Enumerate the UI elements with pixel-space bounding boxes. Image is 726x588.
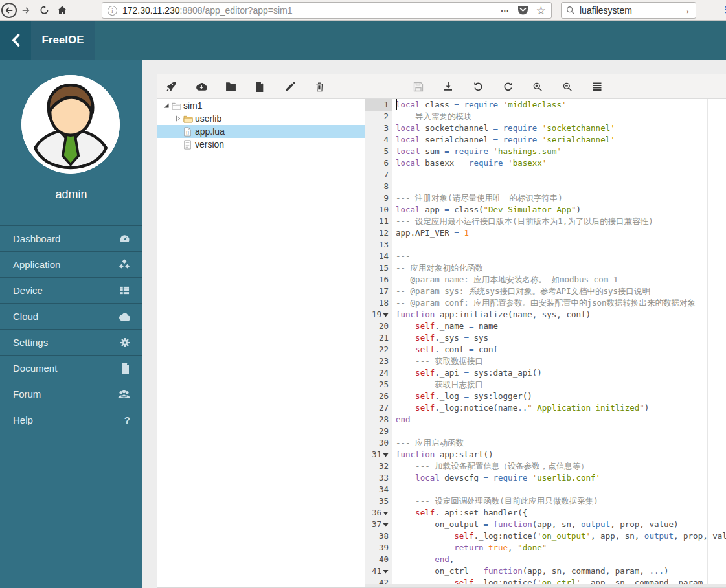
toolbar-rocket-button[interactable] [166, 79, 196, 95]
code-line[interactable]: -- @param name: 应用本地安装名称。 如modbus_com_1 [392, 274, 726, 286]
gutter-line-6[interactable]: 6 [365, 157, 392, 169]
toolbar-redo-button[interactable] [503, 79, 532, 95]
code-line[interactable] [392, 484, 726, 495]
code-line[interactable]: self._log = sys:logger() [392, 390, 726, 402]
code-line[interactable]: -- @param conf: 应用配置参数。由安装配置中的json数据转换出来… [392, 297, 726, 309]
tree-item-version[interactable]: version [157, 138, 365, 151]
gutter-line-29[interactable]: 29 [365, 425, 392, 437]
gutter-line-11[interactable]: 11 [365, 216, 392, 227]
tree-item-app-lua[interactable]: {}app.lua [157, 125, 365, 138]
tree-item-userlib[interactable]: userlib [157, 112, 365, 125]
gutter-line-41[interactable]: 41 [365, 565, 392, 577]
gutter-line-22[interactable]: 22 [365, 344, 392, 356]
sidebar-item-help[interactable]: Help? [0, 407, 142, 433]
gutter-line-36[interactable]: 36 [365, 507, 392, 519]
code-line[interactable]: on_ctrl = function(app, sn, command, par… [392, 565, 726, 577]
code-line[interactable]: local serialchannel = require 'serialcha… [392, 134, 726, 146]
gutter-line-23[interactable]: 23 [365, 356, 392, 367]
gutter-line-1[interactable]: 1 [365, 99, 392, 111]
code-line[interactable]: self._name = name [392, 321, 726, 332]
gutter-line-40[interactable]: 40 [365, 554, 392, 565]
page-actions-icon[interactable]: ⋯ [501, 6, 510, 16]
url-bar[interactable]: i 172.30.11.230:8808/app_editor?app=sim1… [102, 2, 552, 19]
code-line[interactable]: --- 加载设备配置信息（设备参数，点信息等） [392, 460, 726, 472]
fold-arrow-icon[interactable] [383, 309, 389, 321]
sidebar-item-dashboard[interactable]: Dashboard [0, 225, 142, 251]
editor-code-area[interactable]: local class = require 'middleclass'--- 导… [392, 99, 726, 587]
sidebar-item-forum[interactable]: Forum [0, 381, 142, 407]
gutter-line-8[interactable]: 8 [365, 181, 392, 192]
code-line[interactable]: function app:initialize(name, sys, conf) [392, 309, 726, 321]
sidebar-item-cloud[interactable]: Cloud [0, 303, 142, 329]
site-info-icon[interactable]: i [108, 6, 117, 16]
tree-expander-icon[interactable] [173, 115, 183, 122]
gutter-line-9[interactable]: 9 [365, 192, 392, 204]
toolbar-folder-button[interactable] [225, 79, 255, 95]
toolbar-undo-button[interactable] [473, 79, 503, 95]
back-icon[interactable] [1, 3, 17, 18]
gutter-line-3[interactable]: 3 [365, 122, 392, 134]
code-line[interactable]: -- 应用对象初始化函数 [392, 262, 726, 274]
home-icon[interactable] [53, 1, 71, 19]
gutter-line-10[interactable]: 10 [365, 204, 392, 216]
fold-arrow-icon[interactable] [383, 449, 389, 460]
gutter-line-30[interactable]: 30 [365, 437, 392, 449]
gutter-line-35[interactable]: 35 [365, 495, 392, 507]
fold-arrow-icon[interactable] [383, 519, 389, 530]
gutter-line-38[interactable]: 38 [365, 530, 392, 542]
toolbar-download-button[interactable] [443, 79, 473, 95]
code-line[interactable]: --- 导入需要的模块 [392, 111, 726, 122]
gutter-line-34[interactable]: 34 [365, 484, 392, 495]
bookmark-star-icon[interactable]: ☆ [536, 4, 546, 17]
gutter-line-20[interactable]: 20 [365, 321, 392, 332]
code-line[interactable]: self._sys = sys [392, 332, 726, 344]
code-line[interactable]: local devscfg = require 'userlib.conf' [392, 472, 726, 484]
code-line[interactable] [392, 239, 726, 251]
code-line[interactable]: app.API_VER = 1 [392, 227, 726, 239]
toolbar-save-button[interactable] [413, 79, 443, 95]
sidebar-item-settings[interactable]: Settings [0, 329, 142, 355]
toolbar-file-button[interactable] [255, 79, 285, 95]
gutter-line-24[interactable]: 24 [365, 367, 392, 379]
toolbar-zoom-in-button[interactable] [532, 79, 562, 95]
code-line[interactable]: end [392, 414, 726, 425]
reload-icon[interactable] [35, 1, 53, 19]
code-line[interactable] [392, 181, 726, 192]
code-line[interactable]: self._api:set_handler({ [392, 507, 726, 519]
code-line[interactable]: return true, "done" [392, 542, 726, 554]
brand-logo[interactable]: FreeIOE [31, 21, 95, 60]
gutter-line-12[interactable]: 12 [365, 227, 392, 239]
toolbar-cloud-download-button[interactable] [196, 79, 225, 95]
code-line[interactable] [392, 169, 726, 181]
code-line[interactable]: -- @param sys: 系统sys接口对象。参考API文档中的sys接口说… [392, 286, 726, 297]
gutter-line-19[interactable]: 19 [365, 309, 392, 321]
gutter-line-32[interactable]: 32 [365, 460, 392, 472]
code-line[interactable]: --- 应用启动函数 [392, 437, 726, 449]
sidebar-item-device[interactable]: Device [0, 277, 142, 303]
code-line[interactable]: self._log:notice(name.." Application ini… [392, 402, 726, 414]
clipped-extension-icon[interactable]: ⋮⋮ [721, 5, 726, 15]
gutter-line-37[interactable]: 37 [365, 519, 392, 530]
fold-arrow-icon[interactable] [383, 507, 389, 519]
fold-arrow-icon[interactable] [383, 565, 389, 577]
gutter-line-13[interactable]: 13 [365, 239, 392, 251]
code-line[interactable]: local sum = require 'hashings.sum' [392, 146, 726, 157]
gutter-line-5[interactable]: 5 [365, 146, 392, 157]
code-line[interactable]: local class = require 'middleclass' [392, 99, 726, 111]
code-line[interactable]: --- [392, 251, 726, 262]
code-line[interactable]: local app = class("Dev_Simulator_App") [392, 204, 726, 216]
pocket-icon[interactable] [517, 5, 528, 17]
toolbar-trash-button[interactable] [315, 79, 345, 95]
code-line[interactable]: --- 注册对象(请尽量使用唯一的标识字符串) [392, 192, 726, 204]
code-editor[interactable]: 1234567891011121314151617181920212223242… [365, 99, 726, 587]
gutter-line-21[interactable]: 21 [365, 332, 392, 344]
gutter-line-39[interactable]: 39 [365, 542, 392, 554]
code-line[interactable]: --- 获取日志接口 [392, 379, 726, 390]
gutter-line-25[interactable]: 25 [365, 379, 392, 390]
gutter-line-4[interactable]: 4 [365, 134, 392, 146]
code-line[interactable]: self._api = sys:data_api() [392, 367, 726, 379]
sidebar-item-application[interactable]: Application [0, 251, 142, 277]
gutter-line-18[interactable]: 18 [365, 297, 392, 309]
code-line[interactable] [392, 425, 726, 437]
code-line[interactable]: --- 设定应用最小运行接口版本(目前版本为1,为了以后的接口兼容性) [392, 216, 726, 227]
